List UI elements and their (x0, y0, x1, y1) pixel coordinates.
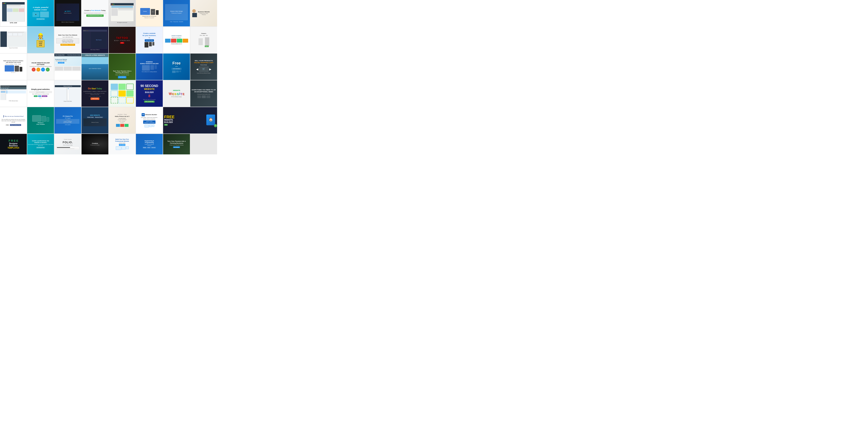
tile-drag-drop[interactable]: Website Builder Pro Drag & Drop Ed (54, 80, 81, 107)
tile-mix-future[interactable]: Mix Future Web Design Platform (82, 27, 108, 53)
tile-passion-thriving[interactable]: Turn Your Passion into aThriving Busines… (109, 54, 135, 80)
tile-folio[interactable]: Portfolio Template FOLIO. Clean Portfoli… (54, 134, 81, 154)
tile-moonfruit[interactable]: moonfruit ✓ Save Hello Prince de la V "r… (109, 107, 135, 133)
tile-90sec-builder[interactable]: 90 SECOND WEBSITE BUILDER 8 Build your s… (136, 80, 163, 107)
tile-facebook-shop[interactable]: f Why not set up a Facebook Shop? We can… (0, 107, 27, 133)
tile-responsive-devices2[interactable]: WebSpaceShop Template (27, 107, 54, 133)
tile-responsive-devices[interactable]: Desktop Tab 📱 Responsive for All Devices… (136, 0, 163, 26)
tile-category-browse[interactable]: Category Filter · Make · Edit Select (190, 27, 217, 53)
tile-passion-bottom[interactable]: Turn Your Passion into aThriving Busines… (163, 134, 190, 154)
tile-wb-branded[interactable]: W Website Builder Get online. Grow your … (136, 107, 163, 133)
tile-tattoo[interactable]: TATTOO BODY PIERCING Enter (109, 27, 135, 53)
tile-construction[interactable]: 👷 YOURWEBSITE (27, 27, 54, 53)
tile-website-3d[interactable]: WEBSITE W E B S I T E 3D Text Website De… (163, 80, 190, 107)
tile-start-today[interactable]: Go Start Today SURPRISINGLY SIMPLE, FREE… (82, 80, 108, 107)
tile-company-template[interactable]: Your Company Here Home About Services Co… (54, 54, 81, 80)
tile-cms-builder[interactable]: Drag & Drop Builder (0, 27, 27, 53)
tile-dark-person[interactable]: Creative Professional Portfolio (82, 134, 108, 154)
tile-free-wb-large[interactable]: FREE WEBSITEBUILDER free 🏠 ✓ (163, 107, 217, 133)
image-grid: SITE JAM A simple, powerfulwebsite creat… (0, 0, 217, 154)
tile-engineering[interactable]: Engineering &Programming Professional We… (136, 134, 163, 154)
tile-free-designer[interactable]: F R E E Designer Business TEMPLATES (0, 134, 27, 154)
tile-sitejam[interactable]: SITE JAM (0, 0, 27, 26)
tile-prof-free[interactable]: Create a professional, freewebsite in mi… (27, 134, 54, 154)
tile-create-free-ocean[interactable]: CREATE A FREE WEBSITE GET STARTED TODAY (82, 54, 108, 80)
tile-jimdo[interactable]: Simply great websites. Search for websit… (27, 80, 54, 107)
tile-html-editor[interactable]: File Edit View Insert HTML Websi (0, 80, 27, 107)
tile-new-website[interactable]: NEW WEBSITE Mobile Config Business Photo… (82, 107, 108, 133)
tile-mi-pagina[interactable]: Mi página personal (109, 0, 135, 26)
tile-ucoz-free[interactable]: Free ucoz GET STARTED (163, 54, 190, 80)
tile-simple-creator[interactable]: A simple, powerfulwebsite creator 📱 Get … (27, 0, 54, 26)
tile-make-own[interactable]: Make Your Own Free Website Call 1-800-80… (54, 27, 81, 53)
tile-build-own-free[interactable]: Build Your Own FreeProfessional Website … (109, 134, 135, 154)
tile-create-biz[interactable]: Create a websitefor your business. idlg … (136, 27, 163, 53)
tile-resp-boxes[interactable] (109, 80, 135, 107)
tile-mobirise[interactable]: MOBIRISEMOBILE WEBSITE BUILDER Free soft… (136, 54, 163, 80)
tile-shop-cart[interactable]: SELL YOUR PRODUCTSONLINE SHOPPING CART W… (190, 54, 217, 80)
tile-create-free-today[interactable]: Create a Free Website Today Start by sea… (82, 0, 108, 26)
tile-modern-blue[interactable]: Modern Web DesignProfessional Templates … (163, 0, 190, 26)
sitejam-title: SITE JAM (10, 22, 17, 24)
tile-video-media[interactable]: ▶ VIDEOMedia Production Web & Video Prod… (54, 0, 81, 26)
tile-pc-cleaner[interactable]: PC Cleaner Pro 24/7 Support Heading Prod… (54, 107, 81, 133)
tile-responsive-multi[interactable]: Build amazing responsive websiteswith ab… (0, 54, 27, 80)
tile-templates-welcome[interactable]: website templates Welcome back Marys Pre… (163, 27, 190, 53)
tile-business-person[interactable]: Business Website Professional OnlinePres… (190, 0, 217, 26)
tile-online-software[interactable]: ONLINE WEBSITE BUILDER SOFTWARE Comparin… (27, 54, 54, 80)
tile-everything-need[interactable]: EVERYTHING YOU NEED TO CRAN EXCEPTIONAL … (190, 80, 217, 107)
